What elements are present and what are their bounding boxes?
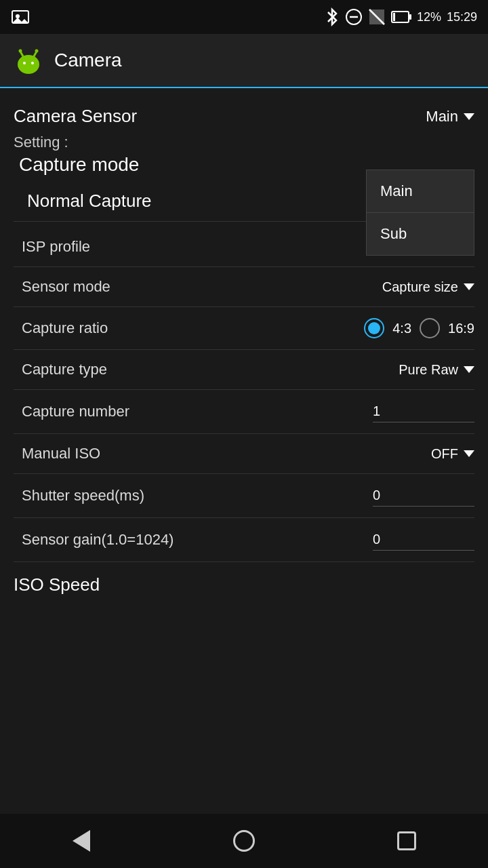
signal-icon xyxy=(368,8,386,26)
settings-section: ISP profile Capture Sensor mode Capture … xyxy=(14,227,474,608)
svg-rect-9 xyxy=(393,13,395,21)
normal-capture-label: Normal Capture xyxy=(27,191,152,212)
iso-speed-label: ISO Speed xyxy=(14,574,100,595)
camera-sensor-value: Main xyxy=(426,108,458,125)
sensor-mode-dropdown[interactable]: Capture size xyxy=(382,279,474,295)
title-bar: Camera xyxy=(0,34,488,88)
dropdown-item-main[interactable]: Main xyxy=(367,170,474,213)
time-display: 15:29 xyxy=(447,10,477,24)
svg-point-12 xyxy=(31,62,34,64)
svg-point-15 xyxy=(19,50,22,53)
svg-point-10 xyxy=(18,55,39,74)
home-icon xyxy=(233,830,255,852)
svg-point-11 xyxy=(23,62,26,64)
setting-label: Setting : xyxy=(14,131,68,153)
svg-rect-8 xyxy=(409,14,411,20)
home-button[interactable] xyxy=(224,821,264,861)
capture-type-label: Capture type xyxy=(14,361,107,378)
svg-point-16 xyxy=(35,50,39,53)
svg-marker-2 xyxy=(12,18,28,23)
isp-profile-label: ISP profile xyxy=(14,238,90,256)
ratio-43-radio[interactable] xyxy=(364,318,384,338)
sensor-gain-input[interactable] xyxy=(373,529,474,551)
capture-type-row: Capture type Pure Raw xyxy=(14,350,474,390)
manual-iso-dropdown[interactable]: OFF xyxy=(431,446,474,462)
shutter-speed-input[interactable] xyxy=(373,485,474,507)
capture-number-input[interactable] xyxy=(373,401,474,422)
shutter-speed-label: Shutter speed(ms) xyxy=(14,487,144,505)
main-content: Camera Sensor Main Setting : Capture mod… xyxy=(0,88,488,618)
ratio-169-label: 16:9 xyxy=(448,321,474,336)
battery-level: 12% xyxy=(417,10,441,24)
ratio-43-selected xyxy=(368,322,380,334)
capture-number-label: Capture number xyxy=(14,403,129,420)
manual-iso-label: Manual ISO xyxy=(14,445,100,462)
camera-sensor-dropdown[interactable]: Main xyxy=(426,108,474,125)
capture-type-value: Pure Raw xyxy=(399,362,458,378)
battery-icon xyxy=(391,9,411,24)
capture-ratio-row: Capture ratio 4:3 16:9 xyxy=(14,307,474,350)
ratio-169-radio[interactable] xyxy=(420,318,440,338)
camera-sensor-dropdown-menu: Main Sub xyxy=(366,170,474,256)
android-logo xyxy=(14,45,43,75)
sensor-gain-label: Sensor gain(1.0=1024) xyxy=(14,531,174,549)
capture-number-row: Capture number xyxy=(14,390,474,434)
dropdown-arrow-icon xyxy=(464,113,474,120)
capture-type-arrow xyxy=(464,366,474,373)
sensor-mode-label: Sensor mode xyxy=(14,278,110,296)
sensor-gain-row: Sensor gain(1.0=1024) xyxy=(14,518,474,562)
manual-iso-value: OFF xyxy=(431,446,458,462)
status-icons: 12% 15:29 xyxy=(325,7,477,26)
sensor-mode-row: Sensor mode Capture size xyxy=(14,267,474,307)
recents-icon xyxy=(397,831,416,850)
capture-type-dropdown[interactable]: Pure Raw xyxy=(399,362,474,378)
dropdown-item-sub[interactable]: Sub xyxy=(367,213,474,255)
manual-iso-row: Manual ISO OFF xyxy=(14,434,474,474)
app-title: Camera xyxy=(54,50,122,71)
camera-sensor-row: Camera Sensor Main xyxy=(14,99,474,134)
sensor-mode-value: Capture size xyxy=(382,279,458,295)
back-icon xyxy=(73,830,90,852)
status-bar: 12% 15:29 xyxy=(0,0,488,34)
ratio-43-label: 4:3 xyxy=(392,321,411,336)
camera-sensor-label: Camera Sensor xyxy=(14,106,137,127)
capture-ratio-group: 4:3 16:9 xyxy=(364,318,474,338)
iso-speed-row: ISO Speed xyxy=(14,562,474,608)
manual-iso-arrow xyxy=(464,450,474,457)
back-button[interactable] xyxy=(61,821,102,861)
capture-ratio-label: Capture ratio xyxy=(14,319,108,337)
recents-button[interactable] xyxy=(386,821,427,861)
bluetooth-icon xyxy=(325,7,340,26)
dnd-icon xyxy=(345,8,363,26)
shutter-speed-row: Shutter speed(ms) xyxy=(14,474,474,518)
sensor-mode-arrow xyxy=(464,283,474,290)
bottom-navigation xyxy=(0,814,488,868)
notification-icon xyxy=(11,8,30,30)
